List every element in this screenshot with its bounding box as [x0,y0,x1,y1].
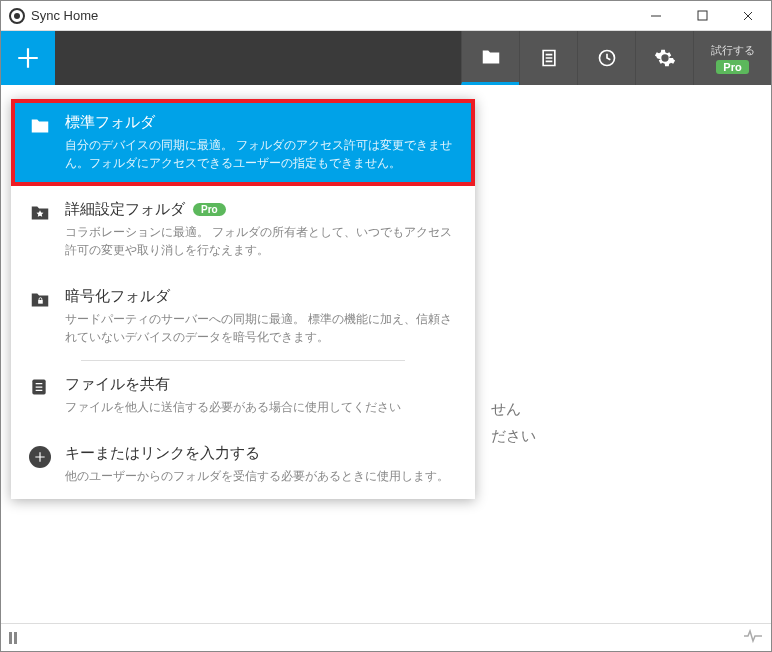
window-title: Sync Home [31,8,98,23]
pro-badge: Pro [193,203,226,216]
menu-title: ファイルを共有 [65,375,457,394]
toolbar: 試行する Pro [1,31,771,85]
trial-button[interactable]: 試行する Pro [693,31,771,85]
minimize-icon [650,10,662,22]
menu-desc: コラボレーションに最適。 フォルダの所有者として、いつでもアクセス許可の変更や取… [65,223,457,259]
document-icon [539,48,559,68]
menu-title: 暗号化フォルダ [65,287,457,306]
content-area: せん ださい 標準フォルダ 自分のデバイスの同期に最適。 フォルダのアクセス許可… [1,85,771,623]
minimize-button[interactable] [633,1,679,31]
folder-star-icon [29,202,51,259]
close-button[interactable] [725,1,771,31]
menu-enter-key[interactable]: キーまたはリンクを入力する 他のユーザーからのフォルダを受信する必要があるときに… [11,430,475,499]
menu-title: 詳細設定フォルダ Pro [65,200,457,219]
menu-desc: 自分のデバイスの同期に最適。 フォルダのアクセス許可は変更できません。フォルダに… [65,136,457,172]
menu-desc: 他のユーザーからのフォルダを受信する必要があるときに使用します。 [65,467,457,485]
menu-standard-folder[interactable]: 標準フォルダ 自分のデバイスの同期に最適。 フォルダのアクセス許可は変更できませ… [11,99,475,186]
add-dropdown: 標準フォルダ 自分のデバイスの同期に最適。 フォルダのアクセス許可は変更できませ… [11,99,475,499]
document-icon [29,377,51,416]
pro-badge: Pro [716,60,748,74]
svg-rect-1 [698,11,707,20]
menu-desc: ファイルを他人に送信する必要がある場合に使用してください [65,398,457,416]
menu-title: 標準フォルダ [65,113,457,132]
menu-encrypted-folder[interactable]: 暗号化フォルダ サードパーティのサーバーへの同期に最適。 標準の機能に加え、信頼… [11,273,475,360]
background-text: せん ださい [491,395,536,449]
menu-title: キーまたはリンクを入力する [65,444,457,463]
titlebar: Sync Home [1,1,771,31]
history-tab[interactable] [577,31,635,85]
gear-icon [654,47,676,69]
add-button[interactable] [1,31,55,85]
folder-lock-icon [29,289,51,346]
activity-icon[interactable] [743,629,763,647]
menu-advanced-folder[interactable]: 詳細設定フォルダ Pro コラボレーションに最適。 フォルダの所有者として、いつ… [11,186,475,273]
settings-tab[interactable] [635,31,693,85]
folder-icon [480,46,502,68]
folders-tab[interactable] [461,31,519,85]
clock-icon [597,48,617,68]
folder-icon [29,115,51,172]
pause-icon[interactable] [9,632,17,644]
statusbar [1,623,771,651]
maximize-icon [697,10,708,21]
trial-label: 試行する [711,43,755,58]
menu-share-file[interactable]: ファイルを共有 ファイルを他人に送信する必要がある場合に使用してください [11,361,475,430]
close-icon [742,10,754,22]
svg-rect-5 [38,300,43,304]
plus-icon [15,45,41,71]
plus-circle-icon [29,446,51,485]
maximize-button[interactable] [679,1,725,31]
menu-desc: サードパーティのサーバーへの同期に最適。 標準の機能に加え、信頼されていないデバ… [65,310,457,346]
files-tab[interactable] [519,31,577,85]
app-icon [9,8,25,24]
